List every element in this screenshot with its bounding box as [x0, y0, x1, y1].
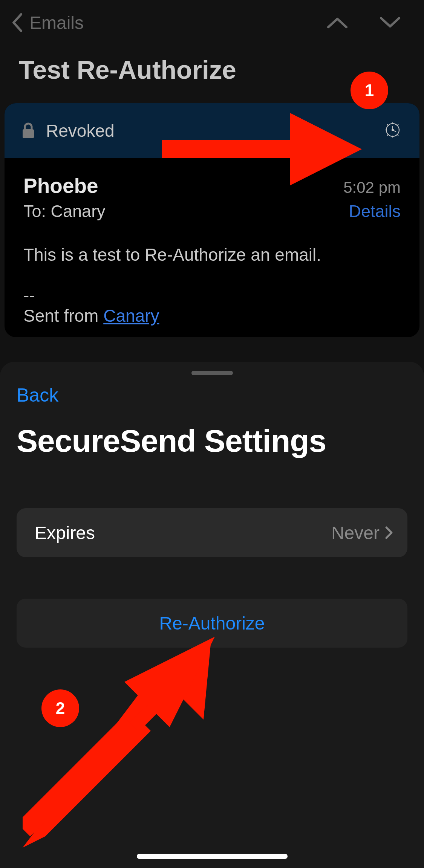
svg-line-9	[397, 124, 398, 126]
annotation-arrow-1	[162, 113, 362, 188]
svg-rect-17	[23, 717, 137, 836]
sender-name: Phoebe	[23, 174, 98, 198]
expires-label: Expires	[35, 523, 95, 543]
gear-icon	[385, 122, 401, 138]
svg-line-8	[387, 134, 389, 136]
expires-value: Never	[331, 523, 380, 543]
svg-line-7	[397, 134, 398, 136]
svg-rect-0	[23, 129, 34, 138]
signature-dashes: --	[23, 285, 401, 306]
nav-back-label: Emails	[29, 12, 84, 33]
signature-line: Sent from Canary	[23, 306, 401, 326]
annotation-badge-1: 1	[351, 72, 388, 109]
svg-marker-16	[23, 716, 151, 848]
recipient-line: To: Canary	[23, 202, 106, 221]
details-link[interactable]: Details	[349, 202, 401, 221]
home-indicator[interactable]	[137, 854, 288, 859]
lock-icon	[22, 122, 35, 139]
next-button[interactable]	[379, 16, 401, 29]
status-text: Revoked	[46, 121, 115, 141]
sheet-grabber[interactable]	[191, 371, 233, 375]
back-button[interactable]: Emails	[11, 12, 84, 33]
chevron-up-icon	[326, 16, 349, 29]
prev-button[interactable]	[326, 16, 349, 29]
chevron-left-icon	[11, 13, 23, 32]
expires-row[interactable]: Expires Never	[17, 508, 407, 557]
sheet-title: SecureSend Settings	[17, 423, 407, 459]
svg-line-6	[387, 124, 389, 126]
settings-button[interactable]	[385, 122, 401, 139]
chevron-down-icon	[379, 16, 401, 29]
annotation-arrow-2	[23, 637, 219, 848]
sheet-back-button[interactable]: Back	[17, 384, 58, 406]
svg-rect-13	[162, 140, 294, 158]
svg-marker-14	[290, 113, 362, 185]
signature-link[interactable]: Canary	[103, 306, 159, 326]
message-body: This is a test to Re-Authorize an email.	[23, 244, 401, 266]
chevron-right-icon	[385, 526, 393, 539]
